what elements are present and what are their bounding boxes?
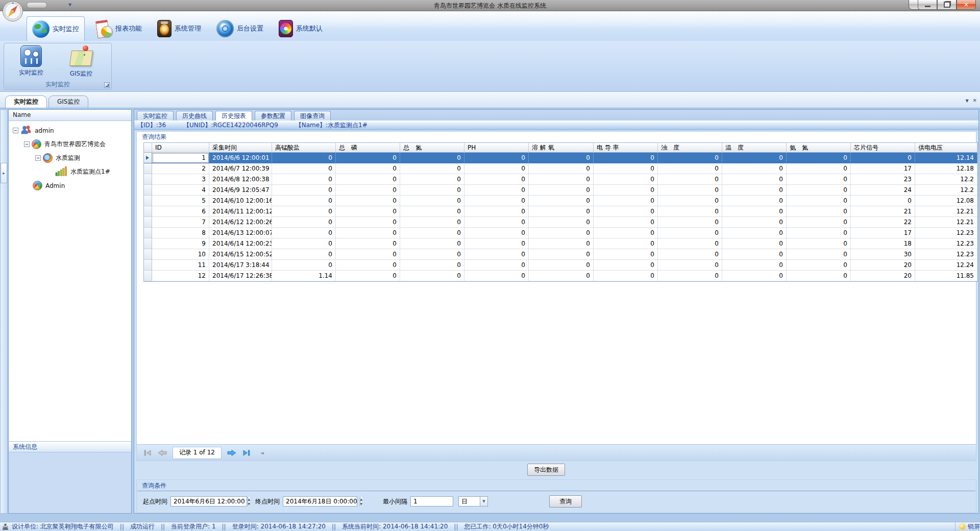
document-tab[interactable]: 实时监控 [5,95,47,108]
ribbon-tab[interactable]: 报表功能 [90,16,147,41]
grid-cell: 0 [336,249,400,260]
grid-column-header[interactable]: 氨 氮 [787,143,851,153]
grid-row[interactable]: 52014/6/10 12:00:16000000000012.08 [144,196,977,206]
grid-column-header[interactable]: 溶 解 氧 [529,143,594,153]
grid-column-header[interactable]: 芯片信号 [851,143,915,153]
grid-cell: 12.21 [915,206,977,217]
console-icon [157,20,172,37]
grid-cell: 0 [400,163,464,174]
expand-panel-button[interactable] [1,163,7,183]
grid-cell: 0 [529,174,594,185]
grid-column-header[interactable]: PH [464,143,529,153]
restore-button[interactable] [937,0,957,10]
chevron-down-icon[interactable] [965,96,968,104]
grid-row[interactable]: 122014/6/17 12:26:381.14000000002011.85 [144,271,977,281]
grid-row[interactable]: 112014/6/17 3:18:440000000002012.24 [144,260,977,271]
ribbon-tab[interactable]: 系统管理 [152,16,206,41]
lock-screen-button[interactable]: 锁屏 [968,522,980,531]
ribbon-tab[interactable]: 实时监控 [27,16,85,41]
report-icon [95,20,112,37]
spin-down-icon[interactable] [360,501,363,506]
grid-column-header[interactable]: 采集时间 [209,143,272,153]
grid-cell: 0 [594,153,658,163]
grid-row[interactable]: 102014/6/15 12:00:520000000003012.23 [144,249,977,260]
first-record-button[interactable] [141,447,155,458]
export-data-button[interactable]: 导出数据 [527,464,565,476]
grid-cell: 0 [594,206,658,217]
grid-cell: 12.23 [915,228,977,238]
grid-column-header[interactable]: 总 磷 [336,143,400,153]
min-interval-input[interactable]: 1 [410,496,453,506]
detail-tab[interactable]: 参数配置 [255,111,291,120]
tree-item-label: Admin [45,182,65,189]
grid-cell: 0 [787,163,851,174]
detail-tab[interactable]: 图像查询 [294,111,331,120]
tree-item[interactable]: admin [9,124,131,137]
interval-unit-dropdown[interactable]: 日 [458,496,488,506]
ribbon-tab[interactable]: 后台设置 [211,16,268,41]
grid-cell: 2014/6/6 12:00:01 [209,153,272,163]
grid-row[interactable]: 22014/6/7 12:00:390000000001712.18 [144,163,977,174]
dropdown-arrow-icon[interactable] [480,497,487,506]
query-button[interactable]: 查询 [549,495,582,508]
detail-tab[interactable]: 历史曲线 [176,111,213,120]
grid-column-header[interactable]: ID [152,143,209,153]
system-info-header[interactable]: 系统信息 [9,441,131,452]
spin-up-icon[interactable] [360,497,363,501]
start-time-input[interactable]: 2014年6月6日 12:00:00 [170,496,247,506]
close-button[interactable] [957,0,976,10]
grid-column-header[interactable]: 高锰酸盐 [272,143,336,153]
grid-column-header[interactable]: 总 氮 [400,143,464,153]
document-tab[interactable]: GIS监控 [48,95,88,108]
grid-cell: 0 [529,228,594,238]
ribbon-tab[interactable]: 系统默认 [274,16,328,41]
tree-item[interactable]: 青岛市世界园艺博览会 [9,137,131,151]
previous-record-button[interactable] [155,447,169,458]
grid-cell: 0 [272,249,336,260]
grid-row[interactable]: 12014/6/6 12:00:01000000000012.14 [144,153,977,163]
compass-logo-icon[interactable]: N [2,1,23,23]
collapse-expander-icon[interactable] [24,141,30,147]
grid-cell: 0 [787,271,851,281]
grid-column-header[interactable]: 电 导 率 [594,143,658,153]
grid-cell: 9 [152,238,209,249]
grid-row[interactable]: 92014/6/14 12:00:230000000001812.23 [144,238,977,249]
grid-column-header[interactable]: 浊 度 [658,143,722,153]
detail-tab[interactable]: 实时监控 [137,111,174,120]
tree-item[interactable]: 水质监测点1# [9,165,131,179]
grid-row[interactable]: 42014/6/9 12:05:470000000002412.2 [144,185,977,196]
detail-tab[interactable]: 历史报表 [215,111,252,120]
tree-item[interactable]: Admin [9,179,131,192]
next-record-button[interactable] [225,447,239,458]
ribbon-button[interactable]: GIS监控 [56,44,106,81]
scroll-left-icon[interactable] [260,450,264,455]
close-icon[interactable] [973,96,977,104]
spin-down-icon[interactable] [248,501,251,506]
grid-row[interactable]: 72014/6/12 12:00:260000000002212.21 [144,217,977,228]
spin-up-icon[interactable] [248,497,251,501]
grid-row-indicator [144,217,152,228]
quick-access-dropdown-icon[interactable] [68,3,71,7]
grid-cell: 0 [400,196,464,206]
last-record-button[interactable] [239,447,253,458]
quick-access-toolbar[interactable] [27,2,47,8]
grid-row[interactable]: 32014/6/8 12:00:380000000002312.2 [144,174,977,185]
grid-column-header[interactable]: 温 度 [722,143,787,153]
grid-column-header[interactable]: 供电电压 [915,143,977,153]
grid-cell: 6 [152,206,209,217]
grid-row[interactable]: 82014/6/13 12:00:070000000001712.23 [144,228,977,238]
ribbon-button[interactable]: 实时监控 [6,44,56,81]
grid-cell: 0 [529,217,594,228]
grid-cell: 0 [658,271,722,281]
grid-cell: 0 [658,260,722,271]
status-separator: || [161,523,165,530]
grid-cell: 0 [400,260,464,271]
grid-cell: 0 [336,163,400,174]
grid-row[interactable]: 62014/6/11 12:00:120000000002112.21 [144,206,977,217]
minimize-button[interactable] [918,0,937,10]
end-time-input[interactable]: 2014年6月18日 0:00:00 [283,496,357,506]
collapse-expander-icon[interactable] [35,155,41,161]
tree-item[interactable]: 水质监测 [9,151,131,165]
dialog-launcher-icon[interactable] [104,82,110,88]
collapse-expander-icon[interactable] [13,128,18,133]
